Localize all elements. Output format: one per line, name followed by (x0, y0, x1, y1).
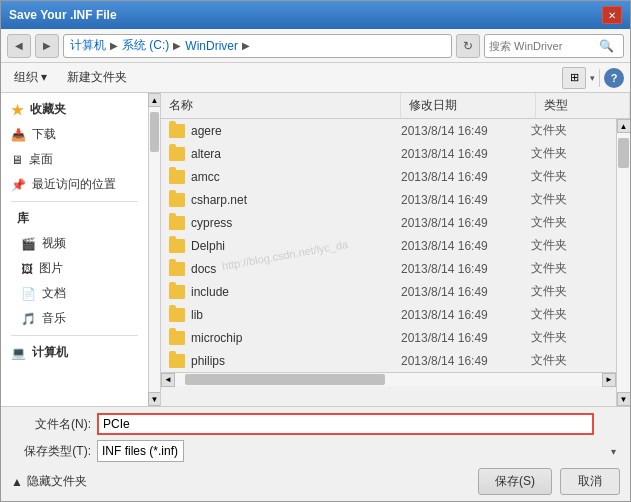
hide-folders-button[interactable]: ▲ 隐藏文件夹 (11, 473, 87, 490)
file-list-header: 名称 修改日期 类型 (161, 93, 630, 119)
filetype-select[interactable]: INF files (*.inf) (97, 440, 184, 462)
folder-icon (169, 193, 185, 207)
save-button[interactable]: 保存(S) (478, 468, 552, 495)
table-row[interactable]: csharp.net 2013/8/14 16:49 文件夹 (161, 188, 616, 211)
table-row[interactable]: cypress 2013/8/14 16:49 文件夹 (161, 211, 616, 234)
table-row[interactable]: altera 2013/8/14 16:49 文件夹 (161, 142, 616, 165)
filename-input[interactable] (97, 413, 594, 435)
file-type: 文件夹 (531, 145, 608, 162)
sidebar-scrollbar[interactable]: ▲ ▼ (148, 93, 160, 406)
view-toggle-button[interactable]: ⊞ (562, 67, 586, 89)
folder-icon (169, 308, 185, 322)
sidebar-library-header: 库 (1, 206, 148, 231)
table-row[interactable]: Delphi 2013/8/14 16:49 文件夹 (161, 234, 616, 257)
search-bar: 🔍 (484, 34, 624, 58)
sidebar-item-download[interactable]: 📥 下载 (1, 122, 148, 147)
sidebar-scroll-track[interactable] (149, 107, 160, 392)
sidebar-computer-header[interactable]: 💻 计算机 (1, 340, 148, 365)
table-row[interactable]: amcc 2013/8/14 16:49 文件夹 (161, 165, 616, 188)
sidebar-item-picture[interactable]: 🖼 图片 (1, 256, 148, 281)
file-date: 2013/8/14 16:49 (401, 124, 531, 138)
sidebar-favorites-header: ★ 收藏夹 (1, 97, 148, 122)
file-type: 文件夹 (531, 283, 608, 300)
view-arrow[interactable]: ▾ (590, 73, 595, 83)
sidebar-item-video[interactable]: 🎬 视频 (1, 231, 148, 256)
breadcrumb-sep1: ▶ (110, 40, 118, 51)
folder-icon (169, 285, 185, 299)
breadcrumb-sep3: ▶ (242, 40, 250, 51)
file-name: amcc (191, 170, 220, 184)
sidebar-picture-label: 图片 (39, 260, 63, 277)
close-button[interactable]: ✕ (602, 6, 622, 24)
breadcrumb-folder[interactable]: WinDriver (185, 39, 238, 53)
folder-icon (169, 147, 185, 161)
sidebar-item-desktop[interactable]: 🖥 桌面 (1, 147, 148, 172)
file-scroll-thumb[interactable] (618, 138, 629, 168)
file-type: 文件夹 (531, 122, 608, 139)
table-row[interactable]: agere 2013/8/14 16:49 文件夹 (161, 119, 616, 142)
folder-icon (169, 354, 185, 368)
breadcrumb-drive[interactable]: 系统 (C:) (122, 37, 169, 54)
file-name: csharp.net (191, 193, 247, 207)
help-button[interactable]: ? (604, 68, 624, 88)
header-date[interactable]: 修改日期 (401, 93, 536, 118)
header-name[interactable]: 名称 (161, 93, 401, 118)
file-date: 2013/8/14 16:49 (401, 216, 531, 230)
file-type: 文件夹 (531, 168, 608, 185)
sidebar-scroll-down[interactable]: ▼ (148, 392, 161, 406)
file-date: 2013/8/14 16:49 (401, 170, 531, 184)
sidebar-document-label: 文档 (42, 285, 66, 302)
computer-icon: 💻 (11, 346, 26, 360)
folder-icon (169, 216, 185, 230)
search-icon[interactable]: 🔍 (599, 39, 614, 53)
table-row[interactable]: lib 2013/8/14 16:49 文件夹 (161, 303, 616, 326)
sidebar-scroll-up[interactable]: ▲ (148, 93, 161, 107)
file-date: 2013/8/14 16:49 (401, 285, 531, 299)
file-area: 名称 修改日期 类型 http://blog.csdn.net/lyc_da a… (161, 93, 630, 406)
file-scrollbar[interactable]: ▲ ▼ (616, 119, 630, 406)
sidebar-item-recent[interactable]: 📌 最近访问的位置 (1, 172, 148, 197)
hscroll-right[interactable]: ► (602, 373, 616, 387)
table-row[interactable]: microchip 2013/8/14 16:49 文件夹 (161, 326, 616, 349)
h-scrollbar[interactable]: ◄ ► (161, 372, 616, 386)
table-row[interactable]: include 2013/8/14 16:49 文件夹 (161, 280, 616, 303)
favorites-label: 收藏夹 (30, 101, 66, 118)
file-name: agere (191, 124, 222, 138)
bottom-area: 文件名(N): 保存类型(T): INF files (*.inf) ▾ ▲ 隐… (1, 406, 630, 501)
sidebar-music-label: 音乐 (42, 310, 66, 327)
file-name: lib (191, 308, 203, 322)
action-buttons: 保存(S) 取消 (478, 468, 620, 495)
breadcrumb-computer[interactable]: 计算机 (70, 37, 106, 54)
file-date: 2013/8/14 16:49 (401, 193, 531, 207)
forward-button[interactable]: ▶ (35, 34, 59, 58)
sidebar-scroll-thumb[interactable] (150, 112, 159, 152)
header-type[interactable]: 类型 (536, 93, 630, 118)
search-input[interactable] (489, 40, 599, 52)
hscroll-left[interactable]: ◄ (161, 373, 175, 387)
back-button[interactable]: ◀ (7, 34, 31, 58)
folder-icon (169, 331, 185, 345)
file-scroll-up[interactable]: ▲ (617, 119, 631, 133)
cancel-button[interactable]: 取消 (560, 468, 620, 495)
document-icon: 📄 (21, 287, 36, 301)
file-name: philips (191, 354, 225, 368)
file-scroll-down[interactable]: ▼ (617, 392, 631, 406)
file-list-inner: http://blog.csdn.net/lyc_da agere 2013/8… (161, 119, 616, 406)
organize-button[interactable]: 组织 ▾ (7, 66, 54, 89)
toolbar-divider (599, 69, 600, 87)
file-list-with-scroll: http://blog.csdn.net/lyc_da agere 2013/8… (161, 119, 630, 406)
breadcrumb-bar[interactable]: 计算机 ▶ 系统 (C:) ▶ WinDriver ▶ (63, 34, 452, 58)
table-row[interactable]: docs 2013/8/14 16:49 文件夹 (161, 257, 616, 280)
file-date: 2013/8/14 16:49 (401, 308, 531, 322)
file-scroll-track[interactable] (617, 133, 630, 392)
table-row[interactable]: philips 2013/8/14 16:49 文件夹 (161, 349, 616, 372)
sidebar-item-document[interactable]: 📄 文档 (1, 281, 148, 306)
title-bar: Save Your .INF File ✕ (1, 1, 630, 29)
toolbar-right: ⊞ ▾ ? (562, 67, 624, 89)
hscroll-track[interactable] (175, 373, 602, 386)
file-name: docs (191, 262, 216, 276)
refresh-button[interactable]: ↻ (456, 34, 480, 58)
hscroll-thumb[interactable] (185, 374, 385, 385)
new-folder-button[interactable]: 新建文件夹 (60, 66, 134, 89)
sidebar-item-music[interactable]: 🎵 音乐 (1, 306, 148, 331)
